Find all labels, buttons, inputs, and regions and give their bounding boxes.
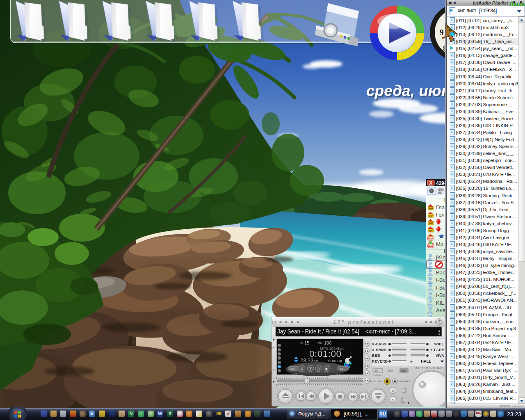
svg-text:PHONES: PHONES bbox=[399, 380, 411, 383]
svg-text:[K!n: [K!n bbox=[436, 254, 445, 260]
svg-text:HALL: HALL bbox=[421, 359, 431, 363]
svg-text:X-FADE: X-FADE bbox=[430, 348, 444, 352]
svg-text:I-Bo: I-Bo bbox=[436, 277, 446, 283]
svg-text:REVERB: REVERB bbox=[372, 359, 388, 363]
svg-text:0:01:00: 0:01:00 bbox=[309, 349, 342, 359]
svg-text:N/A: N/A bbox=[428, 244, 433, 247]
svg-text:17" professional: 17" professional bbox=[333, 319, 395, 325]
svg-text:100: 100 bbox=[324, 340, 331, 345]
svg-text:BBE: BBE bbox=[372, 354, 380, 358]
svg-text:R: R bbox=[392, 389, 395, 393]
svg-text:Аня: Аня bbox=[436, 307, 445, 313]
svg-text:X: X bbox=[429, 180, 432, 186]
svg-text:429-: 429- bbox=[436, 180, 446, 186]
svg-text:Гла: Гла bbox=[436, 204, 445, 210]
svg-text:N/A: N/A bbox=[428, 237, 433, 240]
svg-text:MASTER VOLUME: MASTER VOLUME bbox=[415, 367, 443, 370]
svg-text:Гол: Гол bbox=[436, 212, 445, 218]
svg-text:X-SRND: X-SRND bbox=[372, 348, 387, 352]
svg-text:dts: dts bbox=[401, 369, 406, 373]
svg-text:DIGITAL: DIGITAL bbox=[373, 374, 383, 377]
svg-text:X-BASS: X-BASS bbox=[372, 342, 386, 346]
svg-text:N: N bbox=[300, 341, 303, 345]
svg-text:9: 9 bbox=[440, 28, 444, 37]
svg-text:HP: HP bbox=[429, 215, 433, 217]
svg-text:WIDE: WIDE bbox=[434, 342, 444, 346]
svg-text:Вас: Вас bbox=[436, 269, 445, 276]
svg-text:среда, июн: среда, июн bbox=[366, 82, 450, 99]
svg-text:11.06 Ср: 11.06 Ср bbox=[327, 359, 342, 363]
svg-text:T: T bbox=[309, 367, 312, 371]
svg-text:▶: ▶ bbox=[326, 367, 329, 371]
svg-text:I-Bo: I-Bo bbox=[436, 285, 446, 291]
svg-text:15: 15 bbox=[304, 340, 309, 345]
svg-text:set: set bbox=[340, 367, 345, 370]
svg-text:KIL: KIL bbox=[436, 300, 444, 306]
svg-text:▲: ▲ bbox=[438, 329, 441, 333]
svg-text:act: act bbox=[290, 367, 295, 370]
svg-text:HP: HP bbox=[429, 207, 433, 210]
svg-text:I-Bo: I-Bo bbox=[436, 292, 446, 298]
svg-text:NN: NN bbox=[317, 341, 322, 345]
svg-text:X: X bbox=[301, 367, 303, 371]
svg-text:A: A bbox=[317, 367, 320, 371]
svg-text:▼: ▼ bbox=[438, 333, 441, 336]
svg-text:DD: DD bbox=[374, 369, 379, 373]
svg-text:HP: HP bbox=[429, 229, 433, 232]
svg-text:S: S bbox=[392, 398, 394, 402]
svg-text:▩▩: ▩▩ bbox=[388, 369, 393, 372]
svg-text:VIVA: VIVA bbox=[436, 354, 444, 358]
svg-text:Ми.: Ми. bbox=[436, 241, 445, 247]
svg-text:HP: HP bbox=[429, 222, 433, 225]
svg-text:Jay Sean - Ride It / Ride It: Jay Sean - Ride It / Ride It [02:54] <хи… bbox=[277, 329, 416, 335]
